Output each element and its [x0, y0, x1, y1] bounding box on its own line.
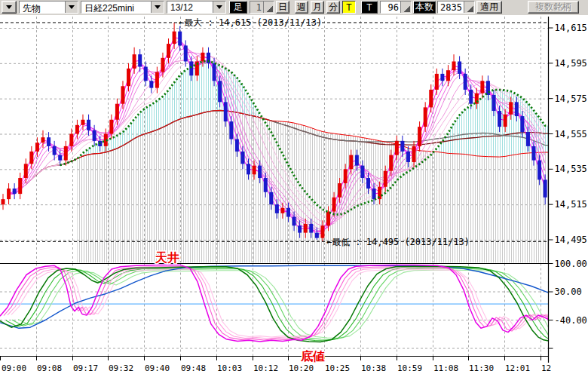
period-month-button[interactable]: 月 — [311, 1, 324, 14]
chart-area[interactable]: ←最大 : 14,615 (2013/11/13)←最低 : 14,495 (2… — [0, 15, 588, 377]
market-select-value: 先物 — [20, 2, 65, 13]
price-and-oscillator-chart[interactable]: ←最大 : 14,615 (2013/11/13)←最低 : 14,495 (2… — [0, 15, 588, 377]
bar-count-stepper[interactable]: 2835 — [437, 1, 475, 14]
chevron-down-icon — [69, 5, 75, 9]
chart-application-window: 先物 日経225mini 13/12 足 1 日 週 月 分 T T 96 本数… — [0, 0, 588, 377]
time-tick-label: 11:30 — [469, 363, 494, 373]
candle-body — [412, 146, 416, 162]
time-tick-label: 12 — [541, 363, 551, 373]
tick-label-button[interactable]: T — [361, 1, 378, 14]
period-minute-button[interactable]: 分 — [326, 1, 340, 14]
interval-stepper[interactable]: 1 — [250, 1, 274, 14]
contract-select[interactable]: 13/12 — [167, 1, 226, 14]
candle-body — [189, 61, 193, 75]
market-select-drop[interactable] — [65, 2, 78, 13]
market-select[interactable]: 先物 — [19, 1, 78, 14]
candle-body — [213, 63, 216, 81]
candle-body — [366, 178, 370, 188]
candle-body — [515, 102, 519, 116]
candle-body — [58, 155, 62, 161]
main-price-panel: ←最大 : 14,615 (2013/11/13)←最低 : 14,495 (2… — [0, 17, 549, 263]
candle-body — [315, 233, 319, 238]
candle-body — [464, 74, 467, 90]
candle-body — [64, 146, 68, 161]
ceiling-label: 天井 — [155, 251, 179, 264]
bar-count-button[interactable]: 本数 — [413, 1, 436, 14]
price-tick-label: 14,535 — [555, 164, 587, 174]
candle-body — [537, 161, 541, 180]
time-tick-label: 09:08 — [37, 363, 62, 373]
time-tick-label: 09:40 — [145, 363, 170, 373]
candle-body — [167, 44, 170, 58]
chevron-down-icon — [216, 5, 222, 9]
candle-body — [218, 81, 222, 102]
symbol-select[interactable]: 日経225mini — [81, 1, 164, 14]
tick-size-stepper[interactable]: 96 — [380, 1, 412, 14]
candle-body — [344, 169, 348, 183]
time-tick-label: 09:17 — [73, 363, 98, 373]
candle-body — [309, 224, 313, 233]
tick-size-spinner-icon[interactable] — [400, 2, 411, 13]
candle-body — [320, 225, 324, 238]
time-tick-label: 09:48 — [181, 363, 206, 373]
apply-button[interactable]: 適用 — [476, 1, 502, 14]
candle-body — [458, 61, 461, 73]
contract-select-drop[interactable] — [213, 2, 225, 13]
time-tick-label: 11:08 — [433, 363, 458, 373]
candle-body — [24, 164, 28, 178]
candle-body — [224, 102, 228, 121]
interval-spinner-icon[interactable] — [263, 2, 274, 13]
osc-tick-label: 100.00 — [555, 259, 587, 269]
multi-symbol-button[interactable]: 複数銘柄 — [528, 1, 579, 14]
candle-body — [498, 111, 501, 127]
candle-body — [372, 188, 376, 199]
candle-body — [424, 107, 427, 127]
symbol-select-drop[interactable] — [151, 2, 164, 13]
bar-type-button[interactable]: 足 — [229, 1, 247, 14]
candle-body — [93, 130, 96, 141]
oscillator-panel — [0, 264, 549, 357]
candle-body — [173, 32, 176, 44]
candle-body — [349, 155, 353, 170]
candle-body — [292, 217, 296, 226]
rci-magenta — [0, 265, 549, 342]
chevron-down-icon — [155, 5, 161, 9]
price-tick-label: 14,595 — [555, 58, 587, 69]
time-tick-label: 12:01 — [505, 363, 530, 373]
time-tick-label: 09:00 — [2, 363, 26, 373]
price-tick-label: 14,615 — [555, 23, 587, 33]
candle-body — [258, 166, 262, 178]
candle-body — [532, 146, 536, 161]
candle-body — [406, 152, 410, 162]
candle-body — [429, 90, 433, 107]
period-day-button[interactable]: 日 — [276, 1, 289, 14]
candle-body — [87, 120, 90, 130]
candle-body — [418, 127, 421, 146]
candle-body — [127, 69, 130, 86]
time-tick-label: 10:20 — [289, 363, 314, 373]
candle-body — [509, 102, 513, 114]
candle-body — [240, 152, 244, 164]
candle-body — [247, 164, 250, 174]
candle-body — [275, 204, 279, 213]
contract-select-value: 13/12 — [167, 2, 213, 13]
period-week-button[interactable]: 週 — [295, 1, 308, 14]
candle-body — [395, 141, 399, 155]
candle-body — [201, 53, 204, 62]
time-tick-label: 10:38 — [361, 363, 386, 373]
candle-body — [446, 70, 450, 81]
candle-body — [435, 74, 439, 90]
candle-body — [121, 86, 124, 103]
window-dropdown-button[interactable] — [2, 1, 17, 14]
candle-body — [75, 125, 79, 134]
candle-body — [155, 72, 159, 88]
time-tick-label: 10:03 — [217, 363, 242, 373]
candle-body — [492, 95, 496, 111]
candle-body — [35, 143, 39, 152]
candle-body — [544, 179, 547, 197]
price-tick-label: 14,515 — [555, 199, 587, 210]
bar-count-spinner-icon[interactable] — [464, 2, 474, 13]
candle-body — [286, 208, 290, 217]
time-tick-label: 09:32 — [109, 363, 133, 373]
tick-mode-toggle[interactable]: T — [342, 1, 356, 14]
